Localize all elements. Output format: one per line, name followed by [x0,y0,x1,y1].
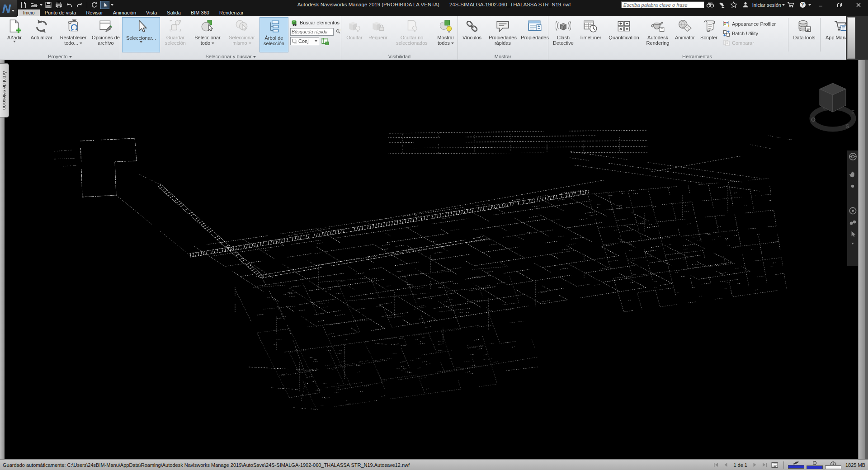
restore-button[interactable] [830,0,849,9]
clash-detective-button[interactable]: Clash Detective [550,17,576,52]
ribbon-scrollbar[interactable] [847,17,855,59]
previous-sheet-button[interactable] [722,462,729,468]
panel-proyecto: Añadir Actualizar Restablecer todo... Op… [0,16,120,60]
propiedades-button[interactable]: Propiedades [521,17,548,52]
manage-sets-icon[interactable] [321,38,329,45]
navbar-customize-button[interactable] [847,240,858,247]
tab-inicio[interactable]: Inicio [18,9,40,16]
next-sheet-button[interactable] [751,462,759,468]
quick-properties-icon [495,19,510,34]
seleccionar-button[interactable]: Seleccionar... [122,17,160,52]
autodesk-rendering-button[interactable]: Autodesk Rendering [643,17,672,52]
tab-bim360[interactable]: BIM 360 [186,9,214,16]
comparar-button[interactable]: Comparar [723,39,787,47]
pencil-meter-bar [788,465,804,469]
redo-button[interactable] [75,1,84,9]
refresh-button[interactable] [90,1,99,9]
select-cursor-icon [102,2,108,8]
datatools-button[interactable]: DataTools [789,17,819,52]
tab-animacion[interactable]: Animación [108,9,141,16]
seleccionar-mismo-button[interactable]: Seleccionar mismo [224,17,259,52]
binoculars-icon [706,1,714,8]
buscar-elementos-button[interactable]: Buscar elementos [290,19,341,26]
save-icon [45,1,52,9]
sign-in-label[interactable]: Iniciar sesión [752,2,781,8]
new-file-button[interactable] [19,1,28,9]
properties-icon [527,19,542,34]
save-button[interactable] [44,1,53,9]
requerir-button[interactable]: Requerir [366,17,390,52]
ocultar-button[interactable]: Ocultar [343,17,366,52]
first-sheet-button[interactable] [712,462,720,468]
pan-button[interactable] [847,169,858,180]
scripter-button[interactable]: Scripter [698,17,720,52]
animator-button[interactable]: Animator [672,17,698,52]
tab-revisar[interactable]: Revisar [81,9,108,16]
vinculos-button[interactable]: Vínculos [460,17,484,52]
full-navigation-wheel-button[interactable] [847,150,858,162]
application-window: N Autodesk Navisworks Mana [0,0,868,470]
tools-stack: Appearance Profiler Batch Utility Compar… [720,17,787,47]
restablecer-todo-button[interactable]: Restablecer todo... [56,17,90,52]
tab-punto-de-vista[interactable]: Punto de vista [40,9,81,16]
proyecto-panel-caret [69,56,72,58]
seleccionar-caret [140,41,142,43]
appearance-profiler-button[interactable]: Appearance Profiler [723,20,787,28]
minimize-button[interactable] [811,0,830,9]
toolbar-customize-caret[interactable] [111,4,113,6]
tab-renderizar[interactable]: Renderizar [214,9,249,16]
navigation-bar [847,150,858,266]
search-input[interactable] [621,1,704,8]
ocultar-no-seleccionados-button[interactable]: Ocultar no seleccionados [390,17,434,52]
favorites-button[interactable] [728,1,740,9]
zoom-button[interactable] [847,180,858,192]
sets-dropdown[interactable]: Conj [290,37,319,45]
quantification-button[interactable]: Quantification [604,17,643,52]
tab-salida[interactable]: Salida [162,9,186,16]
batch-utility-button[interactable]: Batch Utility [723,29,787,37]
select-tool-button[interactable] [100,1,109,9]
panel-label-proyecto[interactable]: Proyecto [0,53,120,60]
viewcube[interactable]: O S N E [807,76,858,134]
look-around-button[interactable] [847,216,858,228]
open-file-button[interactable] [29,1,38,9]
timeliner-button[interactable]: TimeLiner [576,17,604,52]
mostrar-todos-button[interactable]: Mostrar todos [434,17,458,52]
arbol-seleccion-button[interactable]: Árbol de selección [259,17,288,52]
file-options-icon [98,19,113,34]
star-icon [730,1,737,8]
timeliner-icon [583,19,598,34]
print-button[interactable] [54,1,63,9]
propiedades-rapidas-button[interactable]: Propiedades rápidas [484,17,521,52]
datatools-icon [797,19,812,34]
help-button[interactable]: ? [797,1,808,9]
search-button[interactable] [704,1,716,9]
tools-divider-2 [820,18,821,52]
selection-tree-tab[interactable]: Árbol de selección [0,63,9,118]
close-button[interactable] [849,0,868,9]
viewport-scrollbar[interactable] [858,60,865,459]
navbar-select-button[interactable] [847,228,858,240]
orbit-button[interactable] [847,205,858,216]
application-menu-button[interactable]: N [0,0,17,17]
sign-in-button[interactable] [740,1,751,9]
opciones-archivo-button[interactable]: Opciones de archivo [90,17,121,52]
seleccionar-todo-button[interactable]: Seleccionar todo [191,17,224,52]
undo-button[interactable] [65,1,74,9]
last-sheet-button[interactable] [761,462,768,468]
print-icon [55,1,62,9]
quick-search-input[interactable] [290,28,334,36]
communication-center-button[interactable] [716,1,728,9]
anadir-button[interactable]: Añadir [2,17,27,52]
tab-vista[interactable]: Vista [141,9,162,16]
viewport-3d[interactable] [5,60,858,459]
status-bar: Guardado automáticamente: C:\Users\24sBI… [0,459,868,470]
sheet-browser-button[interactable] [770,462,779,468]
app-store-button[interactable] [785,1,797,9]
sets-row: Conj [290,37,341,45]
open-dropdown-caret[interactable] [40,4,42,6]
guardar-seleccion-button[interactable]: Guardar selección [160,17,191,52]
actualizar-button[interactable]: Actualizar [27,17,56,52]
quick-search-icon[interactable] [335,28,341,35]
panel-label-seleccionar[interactable]: Seleccionar y buscar [120,53,341,60]
